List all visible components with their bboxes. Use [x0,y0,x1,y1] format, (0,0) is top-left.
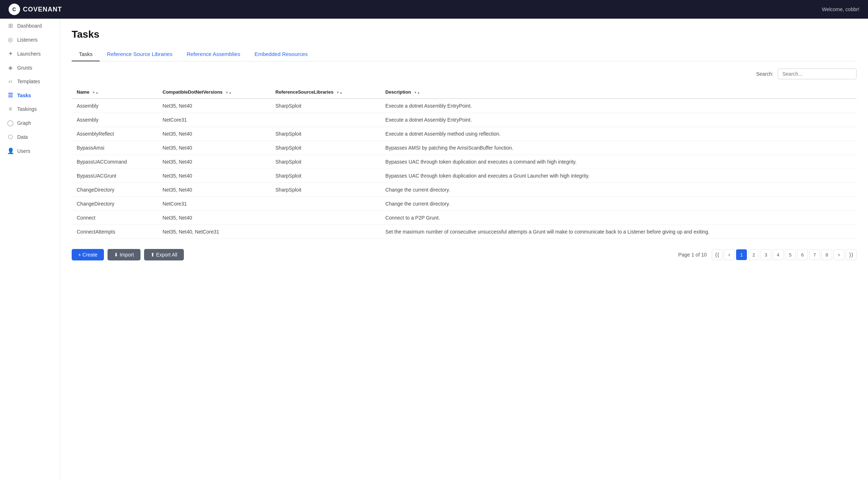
sidebar-label-listeners: Listeners [17,37,38,43]
sidebar-label-templates: Templates [17,79,40,84]
sidebar-item-dashboard[interactable]: ⊞Dashboard [0,19,60,33]
templates-icon: ‹› [7,78,14,85]
table-row: ConnectAttempts Net35, Net40, NetCore31 … [72,225,857,239]
graph-icon: ◯ [7,119,14,126]
task-versions-cell: Net35, Net40 [158,99,271,113]
task-libraries-cell: SharpSploit [271,155,381,169]
sidebar-item-grunts[interactable]: ◈Grunts [0,61,60,75]
task-name-cell[interactable]: BypassUACCommand [72,155,158,169]
page-info: Page 1 of 10 [678,252,707,258]
page-3-button[interactable]: 3 [760,249,771,260]
table-row: ChangeDirectory Net35, Net40 SharpSploit… [72,183,857,197]
sidebar-label-dashboard: Dashboard [17,23,42,29]
task-name-cell[interactable]: Assembly [72,99,158,113]
import-button[interactable]: ⬇ Import [108,249,140,260]
task-libraries-cell: SharpSploit [271,183,381,197]
search-label: Search: [756,71,773,77]
sort-name-icon[interactable]: ▼▲ [92,91,99,94]
tasks-table: Name ▼▲ CompatibleDotNetVersions ▼▲ Refe… [72,86,857,239]
sidebar-label-launchers: Launchers [17,51,40,57]
tab-tasks[interactable]: Tasks [72,47,100,61]
task-description-cell: Bypasses UAC through token duplication a… [380,169,857,183]
navbar: C COVENANT Welcome, cobbr! [0,0,868,19]
col-versions: CompatibleDotNetVersions ▼▲ [158,86,271,99]
task-name-cell[interactable]: ChangeDirectory [72,183,158,197]
tab-embedded-resources[interactable]: Embedded Resources [247,47,315,61]
col-description: Description ▼▲ [380,86,857,99]
task-name-cell[interactable]: AssemblyReflect [72,127,158,141]
export-button[interactable]: ⬆ Export All [144,249,184,260]
task-description-cell: Bypasses AMSI by patching the AmsiScanBu… [380,141,857,155]
task-libraries-cell: SharpSploit [271,169,381,183]
welcome-message: Welcome, cobbr! [822,6,859,12]
task-versions-cell: Net35, Net40 [158,183,271,197]
task-versions-cell: Net35, Net40 [158,127,271,141]
task-name-cell[interactable]: Assembly [72,113,158,127]
tab-reference-source-libraries[interactable]: Reference Source Libraries [100,47,180,61]
sidebar: ⊞Dashboard◎Listeners✦Launchers◈Grunts‹›T… [0,19,60,480]
table-row: Assembly NetCore31 Execute a dotnet Asse… [72,113,857,127]
sidebar-item-listeners[interactable]: ◎Listeners [0,33,60,47]
sidebar-item-taskings[interactable]: ≡Taskings [0,102,60,116]
page-prev-button[interactable]: ‹ [724,249,735,260]
tab-bar: Tasks Reference Source Libraries Referen… [72,47,857,61]
sidebar-item-tasks[interactable]: ☰Tasks [0,88,60,102]
col-name: Name ▼▲ [72,86,158,99]
sidebar-label-data: Data [17,134,28,140]
page-last-button[interactable]: ⟩⟩ [846,249,857,260]
page-next-button[interactable]: › [834,249,844,260]
table-row: Assembly Net35, Net40 SharpSploit Execut… [72,99,857,113]
task-libraries-cell: SharpSploit [271,99,381,113]
sidebar-label-grunts: Grunts [17,65,32,71]
search-input[interactable] [778,69,857,79]
page-2-button[interactable]: 2 [748,249,759,260]
brand-name: COVENANT [23,6,62,13]
search-bar: Search: [72,69,857,79]
task-versions-cell: Net35, Net40 [158,169,271,183]
task-description-cell: Execute a dotnet Assembly EntryPoint. [380,99,857,113]
tab-reference-assemblies[interactable]: Reference Assemblies [180,47,247,61]
task-description-cell: Set the maximum number of consecutive un… [380,225,857,239]
task-name-cell[interactable]: BypassUACGrunt [72,169,158,183]
sidebar-label-taskings: Taskings [17,106,37,112]
sidebar-item-graph[interactable]: ◯Graph [0,116,60,130]
page-8-button[interactable]: 8 [821,249,832,260]
footer-buttons: + Create ⬇ Import ⬆ Export All [72,249,184,260]
sort-description-icon[interactable]: ▼▲ [414,91,420,94]
page-6-button[interactable]: 6 [797,249,808,260]
sidebar-label-tasks: Tasks [17,93,31,98]
task-description-cell: Execute a dotnet Assembly EntryPoint. [380,113,857,127]
sidebar-item-templates[interactable]: ‹›Templates [0,75,60,88]
task-name-cell[interactable]: Connect [72,211,158,225]
task-name-cell[interactable]: BypassAmsi [72,141,158,155]
page-7-button[interactable]: 7 [809,249,820,260]
sort-libraries-icon[interactable]: ▼▲ [336,91,343,94]
create-button[interactable]: + Create [72,249,104,260]
task-description-cell: Bypasses UAC through token duplication a… [380,155,857,169]
task-libraries-cell [271,197,381,211]
table-row: BypassUACCommand Net35, Net40 SharpSploi… [72,155,857,169]
sidebar-item-launchers[interactable]: ✦Launchers [0,47,60,61]
launchers-icon: ✦ [7,50,14,57]
task-libraries-cell: SharpSploit [271,141,381,155]
table-header-row: Name ▼▲ CompatibleDotNetVersions ▼▲ Refe… [72,86,857,99]
task-name-cell[interactable]: ChangeDirectory [72,197,158,211]
task-description-cell: Change the current directory. [380,183,857,197]
task-description-cell: Connect to a P2P Grunt. [380,211,857,225]
task-versions-cell: NetCore31 [158,113,271,127]
data-icon: ⬡ [7,133,14,140]
sort-versions-icon[interactable]: ▼▲ [225,91,232,94]
tasks-icon: ☰ [7,92,14,99]
page-4-button[interactable]: 4 [773,249,783,260]
brand: C COVENANT [9,4,62,15]
sidebar-item-users[interactable]: 👤Users [0,144,60,158]
table-row: BypassUACGrunt Net35, Net40 SharpSploit … [72,169,857,183]
taskings-icon: ≡ [7,106,14,112]
page-1-button[interactable]: 1 [736,249,747,260]
page-5-button[interactable]: 5 [785,249,796,260]
page-first-button[interactable]: ⟨⟨ [712,249,722,260]
task-name-cell[interactable]: ConnectAttempts [72,225,158,239]
task-libraries-cell [271,113,381,127]
task-description-cell: Change the current directory. [380,197,857,211]
sidebar-item-data[interactable]: ⬡Data [0,130,60,144]
